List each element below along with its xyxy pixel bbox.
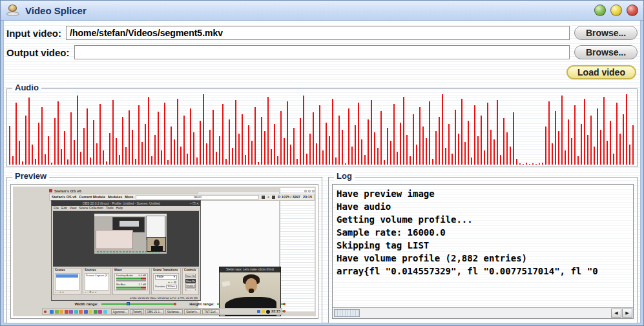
- log-horizontal-scrollbar[interactable]: ◀ ▶: [333, 307, 633, 318]
- minimize-button[interactable]: [594, 5, 606, 16]
- waveform-bar: [151, 156, 152, 165]
- waveform-bar: [397, 152, 398, 165]
- log-text-area[interactable]: Have preview imageHave audioGetting volu…: [333, 185, 633, 307]
- window-title: Video Splicer: [25, 5, 87, 16]
- mock-launcher-icon: [79, 310, 83, 314]
- output-browse-button[interactable]: Browse...: [574, 45, 638, 59]
- waveform-bar: [406, 135, 408, 165]
- scroll-left-button[interactable]: ◀: [611, 309, 621, 318]
- mock-launcher-icon: [98, 310, 102, 314]
- close-button[interactable]: [627, 5, 638, 16]
- waveform-bar: [461, 99, 462, 165]
- waveform-bar: [539, 163, 540, 165]
- waveform-bar: [458, 134, 459, 165]
- waveform-bar: [632, 125, 634, 165]
- input-video-label: Input video:: [6, 28, 61, 39]
- waveform-bar: [183, 116, 185, 165]
- waveform-bar: [568, 119, 569, 165]
- waveform-bar: [303, 96, 304, 165]
- bottom-row: Preview Stefan's OS v6 Stefan's OS v6Cur…: [6, 177, 638, 323]
- waveform-bar: [384, 160, 385, 165]
- mock-taskbar-window-button: OBS 21.1...: [145, 309, 164, 314]
- waveform-bar: [206, 143, 207, 165]
- waveform-bar: [600, 130, 601, 165]
- mock-menu-item: Modules: [108, 196, 122, 199]
- waveform-bar: [74, 140, 75, 165]
- height-range-label: Height range:: [177, 302, 214, 306]
- waveform-bar: [410, 156, 411, 165]
- waveform-bar: [326, 123, 327, 165]
- waveform-bar: [125, 147, 127, 165]
- scroll-right-button[interactable]: ▶: [622, 309, 632, 318]
- maximize-button[interactable]: [610, 5, 622, 16]
- waveform-bar: [422, 127, 424, 165]
- mock-launcher-icon: [50, 310, 54, 314]
- waveform-bar: [474, 105, 475, 165]
- waveform-bar: [619, 134, 621, 165]
- input-video-field[interactable]: [66, 26, 570, 40]
- log-group: Log Have preview imageHave audioGetting …: [328, 177, 638, 323]
- mock-obs-titlebar: OBS 22.0.2 (linux) - Profile: Untitled -…: [52, 201, 200, 206]
- waveform-bar: [154, 135, 156, 165]
- slider-handle[interactable]: [127, 302, 130, 305]
- waveform-bar: [361, 139, 362, 165]
- mock-obs-menu-item: Scene Collection: [79, 207, 103, 210]
- mock-taskbar-window-button: TNT-Evil...: [202, 309, 220, 314]
- output-video-field[interactable]: [74, 45, 570, 59]
- waveform-bar: [251, 141, 253, 165]
- audio-waveform[interactable]: [9, 94, 635, 165]
- mock-launcher-icon: [103, 310, 107, 314]
- width-range-slider[interactable]: [101, 303, 175, 305]
- waveform-bar: [167, 160, 169, 165]
- waveform-bar: [526, 163, 527, 165]
- waveform-bar: [177, 99, 178, 165]
- mock-launcher-icon: [84, 310, 88, 314]
- load-video-button[interactable]: Load video: [566, 65, 636, 79]
- waveform-bar: [610, 121, 611, 165]
- mock-obs-menu-item: View: [70, 207, 77, 210]
- mock-volume-slider2: [116, 289, 146, 290]
- waveform-bar: [119, 155, 120, 165]
- mock-obs-scenes-panel: Scenes + − ∧ ∨: [53, 268, 81, 295]
- waveform-bar: [607, 141, 608, 165]
- waveform-bar: [371, 100, 372, 165]
- title-bar[interactable]: Video Splicer: [1, 1, 643, 21]
- mock-taskbar-window-button: Stefan's...: [184, 309, 201, 314]
- log-line: array{fl "0.014557329", fl "0.0077517014…: [337, 265, 629, 278]
- preview-desktop-screenshot[interactable]: Stefan's OS v6 Stefan's OS v6Current Mod…: [13, 187, 316, 316]
- waveform-bar: [45, 154, 46, 165]
- waveform-bar: [41, 107, 43, 165]
- waveform-bar: [523, 164, 524, 165]
- waveform-bar: [190, 108, 191, 165]
- waveform-bar: [513, 112, 514, 165]
- waveform-bar: [445, 148, 446, 165]
- mock-browser-title: Stefan's OS v6: [54, 189, 81, 193]
- waveform-bar: [603, 97, 605, 165]
- load-video-row: Load video: [8, 65, 636, 79]
- waveform-bar: [561, 96, 563, 165]
- waveform-bar: [122, 117, 123, 165]
- waveform-bar: [254, 107, 256, 165]
- waveform-bar: [238, 134, 240, 165]
- mock-obs-panels: Scenes + − ∧ ∨ Sources Screen Capture (X…: [53, 268, 199, 295]
- scrollbar-thumb[interactable]: [334, 309, 360, 317]
- waveform-bar: [51, 163, 52, 165]
- mock-launcher-icon: [59, 310, 63, 314]
- waveform-bar: [403, 97, 404, 165]
- mock-audio-meter2: [116, 287, 146, 289]
- waveform-bar: [448, 124, 450, 165]
- waveform-bar: [348, 108, 349, 165]
- log-line: Skipping tag LIST: [337, 239, 629, 252]
- waveform-bar: [358, 103, 359, 165]
- input-browse-button[interactable]: Browse...: [574, 26, 638, 40]
- waveform-bar: [28, 97, 30, 165]
- mock-taskbar-menu-dot: [44, 311, 47, 313]
- waveform-bar: [38, 123, 39, 165]
- waveform-bar: [584, 99, 585, 165]
- waveform-bar: [503, 118, 504, 165]
- mock-launcher-icon: [94, 310, 98, 314]
- waveform-bar: [500, 155, 501, 165]
- waveform-bar: [164, 103, 165, 165]
- mock-obs-title: OBS 22.0.2 (linux) - Profile: Untitled -…: [53, 202, 190, 205]
- waveform-bar: [174, 139, 175, 165]
